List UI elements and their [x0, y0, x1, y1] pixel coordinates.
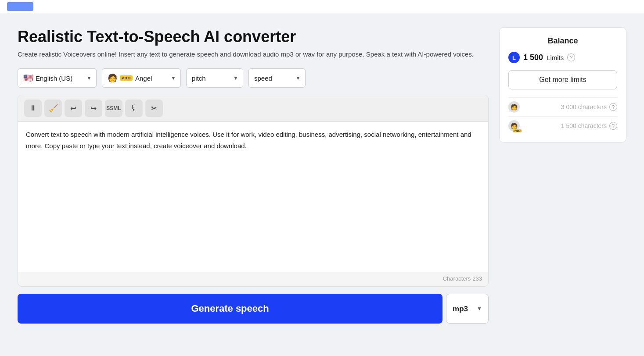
pause-button[interactable]: ⏸	[24, 100, 42, 117]
scissors-icon: ✂	[151, 104, 157, 113]
editor-container: ⏸ 🧹 ↩ ↪ SSML 🎙 ✂	[18, 95, 489, 287]
balance-unit: Limits	[547, 54, 564, 61]
speed-select[interactable]: speed x-slow slow medium fast x-fast	[254, 75, 287, 82]
limit-pro-text: 1 500 characters	[520, 122, 607, 129]
speed-dropdown-arrow: ▼	[295, 75, 301, 81]
voice-dropdown[interactable]: 🧑 PRO Angel Emma John Sarah ▼	[102, 68, 181, 88]
ssml-button[interactable]: SSML	[105, 100, 122, 117]
voice-avatar-icon: 🧑	[108, 73, 117, 83]
bottom-row: Generate speech mp3 wav ▼	[18, 294, 489, 324]
pitch-dropdown-arrow: ▼	[233, 75, 238, 81]
char-count-bar: Characters 233	[18, 272, 488, 286]
logo	[7, 2, 33, 11]
limit-standard-help-icon[interactable]: ?	[609, 103, 617, 111]
limit-row-pro: 🧑 PRO 1 500 characters ?	[508, 116, 617, 135]
pro-badge: PRO	[120, 75, 133, 81]
content-area: Realistic Text-to-Speech AI converter Cr…	[18, 27, 489, 324]
balance-amount-row: L 1 500 Limits ?	[508, 52, 617, 63]
redo-button[interactable]: ↪	[85, 100, 102, 117]
undo-icon: ↩	[70, 104, 76, 113]
page-title: Realistic Text-to-Speech AI converter	[18, 27, 489, 46]
voice-select[interactable]: Angel Emma John Sarah	[135, 75, 163, 82]
get-more-limits-button[interactable]: Get more limits	[508, 70, 617, 89]
scissors-button[interactable]: ✂	[145, 100, 163, 117]
format-select-wrapper[interactable]: mp3 wav ▼	[446, 294, 489, 324]
toolbar: ⏸ 🧹 ↩ ↪ SSML 🎙 ✂	[18, 95, 488, 122]
redo-icon: ↪	[90, 104, 97, 113]
balance-card: Balance L 1 500 Limits ? Get more limits…	[499, 27, 626, 142]
limit-pro-help-icon[interactable]: ?	[609, 122, 617, 130]
flag-icon: 🇺🇸	[23, 73, 33, 83]
text-input[interactable]: Convert text to speech with modern artif…	[26, 129, 480, 263]
limit-pro-badge: PRO	[513, 129, 522, 132]
char-count-label: Characters	[443, 275, 471, 282]
top-bar	[0, 0, 644, 13]
speed-dropdown[interactable]: speed x-slow slow medium fast x-fast ▼	[248, 68, 306, 88]
limit-pro-icon-wrap: 🧑 PRO	[508, 120, 520, 132]
pitch-dropdown[interactable]: pitch x-low low medium high x-high ▼	[186, 68, 243, 88]
text-area-wrapper: Convert text to speech with modern artif…	[18, 122, 488, 272]
voice-sample-button[interactable]: 🎙	[125, 100, 143, 117]
controls-row: 🇺🇸 English (US) English (UK) Spanish Fre…	[18, 68, 489, 88]
limit-standard-icon-wrap: 🧑	[508, 101, 520, 113]
limit-standard-text: 3 000 characters	[520, 103, 607, 110]
voice-dropdown-arrow: ▼	[171, 75, 176, 81]
sidebar: Balance L 1 500 Limits ? Get more limits…	[499, 27, 626, 324]
balance-title: Balance	[508, 36, 617, 46]
balance-circle: L	[508, 52, 520, 63]
pause-icon: ⏸	[29, 104, 37, 113]
broom-icon: 🧹	[49, 104, 58, 113]
language-select[interactable]: English (US) English (UK) Spanish French…	[36, 75, 82, 82]
undo-button[interactable]: ↩	[65, 100, 82, 117]
format-select[interactable]: mp3 wav	[453, 305, 475, 313]
generate-speech-button[interactable]: Generate speech	[18, 294, 443, 324]
pitch-select[interactable]: pitch x-low low medium high x-high	[192, 75, 224, 82]
char-count-value: 233	[472, 275, 482, 282]
page-subtitle: Create realistic Voiceovers online! Inse…	[18, 50, 489, 58]
limit-standard-icon: 🧑	[508, 101, 520, 113]
balance-help-icon[interactable]: ?	[567, 53, 575, 61]
balance-number: 1 500	[523, 53, 543, 62]
microphone-icon: 🎙	[130, 104, 138, 113]
ssml-icon: SSML	[106, 105, 121, 111]
language-dropdown-arrow: ▼	[86, 75, 92, 81]
main-container: Realistic Text-to-Speech AI converter Cr…	[0, 13, 644, 338]
format-dropdown-arrow: ▼	[477, 306, 482, 312]
clean-button[interactable]: 🧹	[44, 100, 62, 117]
limit-row-standard: 🧑 3 000 characters ?	[508, 97, 617, 116]
language-dropdown[interactable]: 🇺🇸 English (US) English (UK) Spanish Fre…	[18, 68, 97, 88]
